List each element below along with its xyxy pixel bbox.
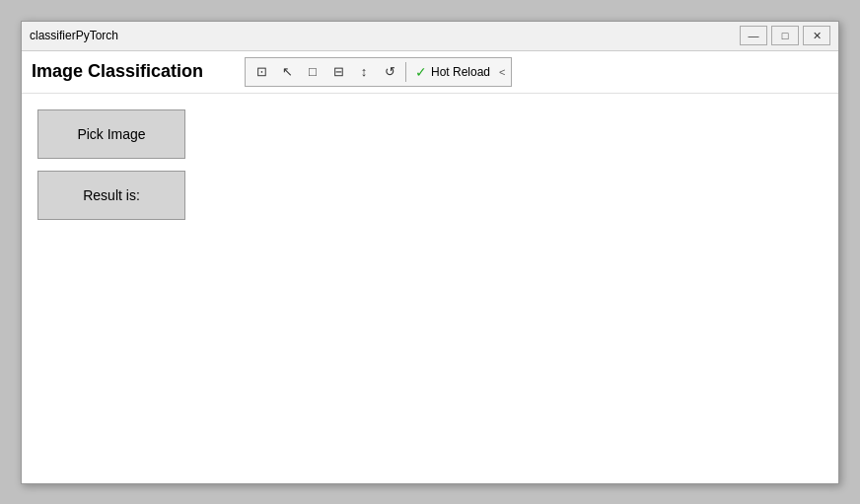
hot-reload-button[interactable]: ✓ Hot Reload bbox=[410, 61, 495, 83]
rectangle-icon[interactable]: □ bbox=[301, 60, 324, 84]
refresh-icon[interactable]: ↺ bbox=[378, 60, 401, 84]
pick-image-button[interactable]: Pick Image bbox=[37, 109, 185, 159]
hot-reload-label: Hot Reload bbox=[431, 65, 490, 79]
device-icon[interactable]: ⊟ bbox=[326, 60, 350, 84]
chevron-left-icon[interactable]: < bbox=[497, 64, 507, 80]
content-area: Pick Image Result is: bbox=[22, 94, 838, 483]
close-button[interactable]: ✕ bbox=[803, 26, 830, 45]
minimize-button[interactable]: — bbox=[740, 26, 767, 45]
app-window: classifierPyTorch — □ ✕ Image Classifica… bbox=[21, 21, 839, 484]
toolbar: ⊡ ↖ □ ⊟ ↕ ↺ ✓ Hot Reload < bbox=[245, 57, 512, 87]
window-title: classifierPyTorch bbox=[30, 29, 118, 42]
pointer-icon[interactable]: ↖ bbox=[275, 60, 299, 84]
title-bar: classifierPyTorch — □ ✕ bbox=[22, 22, 838, 51]
maximize-button[interactable]: □ bbox=[771, 26, 799, 45]
hot-reload-check-icon: ✓ bbox=[415, 64, 427, 80]
result-label: Result is: bbox=[37, 171, 185, 220]
select-icon[interactable]: ⊡ bbox=[250, 60, 273, 84]
cursor-icon[interactable]: ↕ bbox=[352, 60, 376, 84]
title-bar-controls: — □ ✕ bbox=[740, 26, 830, 45]
page-title: Image Classification bbox=[32, 61, 229, 82]
toolbar-row: Image Classification ⊡ ↖ □ ⊟ ↕ ↺ ✓ Hot R… bbox=[22, 51, 838, 94]
toolbar-divider bbox=[405, 62, 406, 82]
